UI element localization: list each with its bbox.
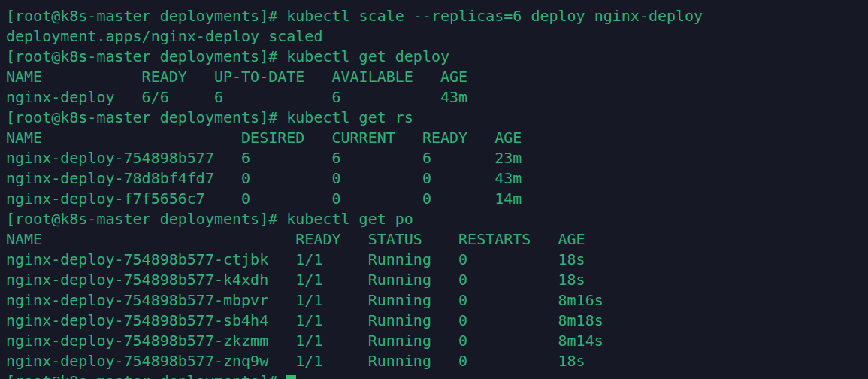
rs-table-row: nginx-deploy-f7f5656c7 0 0 0 14m (6, 189, 868, 209)
terminal-cursor (286, 375, 296, 379)
po-table-row: nginx-deploy-754898b577-mbpvr 1/1 Runnin… (6, 290, 868, 311)
rs-table-row: nginx-deploy-754898b577 6 6 6 23m (6, 148, 868, 168)
po-table-row: nginx-deploy-754898b577-znq9w 1/1 Runnin… (6, 351, 868, 371)
po-table-header: NAME READY STATUS RESTARTS AGE (6, 229, 868, 250)
deploy-table-row: nginx-deploy 6/6 6 6 43m (6, 87, 868, 108)
current-prompt-text: [root@k8s-master deployments]# (6, 372, 286, 379)
po-table-row: nginx-deploy-754898b577-zkzmm 1/1 Runnin… (6, 331, 868, 351)
prompt-line-get-rs: [root@k8s-master deployments]# kubectl g… (6, 108, 868, 128)
current-prompt-line: [root@k8s-master deployments]# (6, 371, 868, 379)
po-table-row: nginx-deploy-754898b577-sb4h4 1/1 Runnin… (6, 311, 868, 331)
po-table-row: nginx-deploy-754898b577-ctjbk 1/1 Runnin… (6, 250, 868, 270)
rs-table-row: nginx-deploy-78d8bf4fd7 0 0 0 43m (6, 168, 868, 189)
prompt-line-scale-command: [root@k8s-master deployments]# kubectl s… (6, 6, 868, 26)
terminal-screen[interactable]: [root@k8s-master deployments]# kubectl s… (0, 0, 868, 379)
po-table-row: nginx-deploy-754898b577-k4xdh 1/1 Runnin… (6, 270, 868, 290)
prompt-line-get-deploy: [root@k8s-master deployments]# kubectl g… (6, 47, 868, 67)
deploy-table-header: NAME READY UP-TO-DATE AVAILABLE AGE (6, 67, 868, 87)
rs-table-header: NAME DESIRED CURRENT READY AGE (6, 128, 868, 148)
prompt-line-get-po: [root@k8s-master deployments]# kubectl g… (6, 209, 868, 229)
output-deployment-scaled: deployment.apps/nginx-deploy scaled (6, 26, 868, 47)
